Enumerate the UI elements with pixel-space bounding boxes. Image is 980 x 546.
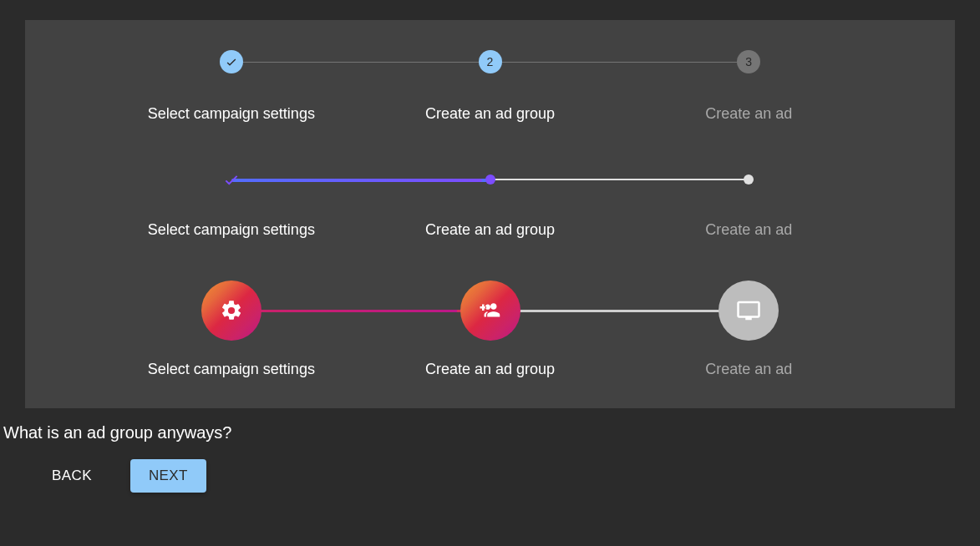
step-3[interactable]: Create an ad <box>619 173 878 239</box>
stepper-row-dots: Select campaign settings Create an ad gr… <box>102 173 878 239</box>
step-2[interactable]: Create an ad group <box>361 281 620 378</box>
step-3[interactable]: Create an ad <box>619 281 878 378</box>
step-number: 3 <box>745 55 752 68</box>
step-1[interactable]: Select campaign settings <box>102 173 361 239</box>
step-label: Create an ad group <box>425 105 555 123</box>
stepper-row-default: Select campaign settings 2 Create an ad … <box>102 50 878 123</box>
question-text: What is an ad group anyways? <box>3 423 980 442</box>
step-number: 2 <box>487 55 494 68</box>
step-label: Select campaign settings <box>148 105 315 123</box>
connector <box>231 62 474 63</box>
step-label: Create an ad <box>705 361 792 378</box>
check-icon <box>220 50 243 73</box>
step-1[interactable]: Select campaign settings <box>102 281 361 378</box>
connector <box>490 62 733 63</box>
connector <box>490 179 741 180</box>
step-label: Create an ad group <box>425 221 555 239</box>
connector-gradient <box>231 310 457 312</box>
step-label: Create an ad group <box>425 361 555 378</box>
dot-icon <box>744 174 754 185</box>
next-button[interactable]: NEXT <box>130 459 206 493</box>
step-label: Select campaign settings <box>148 361 315 378</box>
step-label: Create an ad <box>705 221 792 239</box>
monitor-icon <box>718 281 779 341</box>
step-number-icon: 2 <box>479 50 502 73</box>
step-number-icon: 3 <box>737 50 760 73</box>
connector-active <box>231 179 482 182</box>
check-icon <box>222 170 241 189</box>
gear-icon <box>201 281 262 341</box>
dot-icon <box>485 174 495 185</box>
step-3[interactable]: 3 Create an ad <box>619 50 878 123</box>
step-2[interactable]: Create an ad group <box>361 173 620 239</box>
step-label: Create an ad <box>705 105 792 123</box>
step-label: Select campaign settings <box>148 221 315 239</box>
button-row: BACK NEXT <box>33 459 980 493</box>
connector <box>490 310 716 312</box>
back-button[interactable]: BACK <box>33 459 110 493</box>
stepper-row-icons: Select campaign settings Create an ad gr… <box>102 281 878 378</box>
add-group-icon <box>460 281 520 341</box>
stepper-card: Select campaign settings 2 Create an ad … <box>25 20 955 408</box>
